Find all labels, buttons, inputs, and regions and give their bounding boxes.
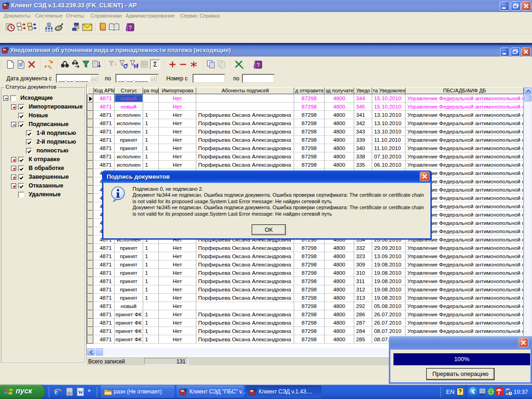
svg-text:?: ? <box>128 24 132 31</box>
svg-text:?: ? <box>256 61 260 68</box>
svg-text:W: W <box>78 389 83 395</box>
